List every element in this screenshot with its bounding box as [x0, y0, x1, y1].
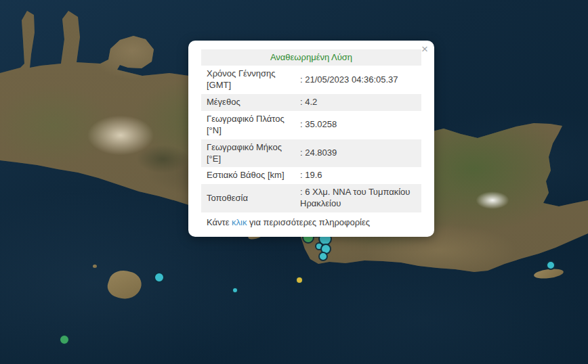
row-label: Εστιακό Βάθος [km]: [207, 170, 300, 181]
more-info-link[interactable]: κλικ: [232, 217, 247, 227]
row-value: : 35.0258: [300, 119, 416, 131]
popup-row: Γεωγραφικό Πλάτος [°N]: 35.0258: [201, 111, 421, 139]
popup-title: Αναθεωρημένη Λύση: [201, 49, 421, 66]
row-value: : 4.2: [300, 97, 416, 108]
map-viewport[interactable]: × Αναθεωρημένη Λύση Χρόνος Γέννησης [GMT…: [0, 0, 588, 364]
earthquake-marker[interactable]: [232, 287, 238, 294]
earthquake-marker[interactable]: [59, 334, 70, 345]
row-value: : 21/05/2023 04:36:05.37: [300, 74, 416, 86]
row-label: Γεωγραφικό Μήκος [°E]: [207, 142, 300, 165]
footer-text-prefix: Κάντε: [207, 217, 232, 227]
popup-table: Αναθεωρημένη Λύση Χρόνος Γέννησης [GMT]:…: [201, 49, 421, 230]
earthquake-marker[interactable]: [546, 260, 555, 270]
popup-rows: Χρόνος Γέννησης [GMT]: 21/05/2023 04:36:…: [201, 66, 421, 212]
popup-row: Χρόνος Γέννησης [GMT]: 21/05/2023 04:36:…: [201, 66, 421, 94]
earthquake-marker[interactable]: [154, 272, 165, 283]
popup-row: Γεωγραφικό Μήκος [°E]: 24.8039: [201, 139, 421, 168]
row-label: Χρόνος Γέννησης [GMT]: [207, 68, 300, 91]
earthquake-marker[interactable]: [318, 252, 328, 261]
row-value: : 6 Χλμ. NNA του Τυμπακίου Ηρακλείου: [300, 187, 416, 210]
popup-row: Μέγεθος: 4.2: [201, 94, 421, 111]
row-label: Μέγεθος: [207, 97, 300, 108]
popup-row: Εστιακό Βάθος [km]: 19.6: [201, 167, 421, 184]
row-label: Γεωγραφικό Πλάτος [°N]: [207, 114, 300, 137]
popup-row: Τοποθεσία: 6 Χλμ. NNA του Τυμπακίου Ηρακ…: [201, 184, 421, 212]
close-icon[interactable]: ×: [421, 43, 428, 55]
row-value: : 19.6: [300, 170, 416, 181]
earthquake-info-popup: × Αναθεωρημένη Λύση Χρόνος Γέννησης [GMT…: [188, 41, 434, 237]
earthquake-marker[interactable]: [295, 276, 303, 284]
row-value: : 24.8039: [300, 147, 416, 159]
popup-footer: Κάντε κλικ για περισσότερες πληροφορίες: [201, 212, 421, 230]
row-label: Τοποθεσία: [207, 193, 300, 204]
footer-text-suffix: για περισσότερες πληροφορίες: [247, 217, 370, 227]
